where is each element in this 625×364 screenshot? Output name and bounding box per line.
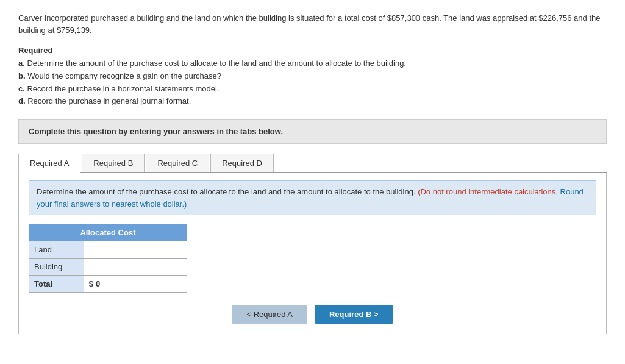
land-label: Land xyxy=(29,241,84,259)
total-value-cell: $ 0 xyxy=(84,276,187,293)
total-value: 0 xyxy=(96,279,100,288)
table-row-land: Land xyxy=(29,241,187,259)
tab-a-content: Determine the amount of the purchase cos… xyxy=(18,173,607,334)
list-item: b. Would the company recognize a gain on… xyxy=(18,70,607,83)
item-letter: d. xyxy=(18,96,26,105)
land-input[interactable] xyxy=(89,245,182,254)
list-item: c. Record the purchase in a horizontal s… xyxy=(18,83,607,96)
required-label: Required xyxy=(18,46,607,55)
table-row-building: Building xyxy=(29,259,187,276)
tab-required-d[interactable]: Required D xyxy=(210,154,274,172)
list-item: a. Determine the amount of the purchase … xyxy=(18,57,607,70)
tabs-container: Required A Required B Required C Require… xyxy=(18,154,607,173)
tab-required-c[interactable]: Required C xyxy=(146,154,209,172)
land-input-cell[interactable] xyxy=(84,241,187,259)
item-letter: b. xyxy=(18,71,26,80)
required-list: a. Determine the amount of the purchase … xyxy=(18,57,607,108)
item-letter: c. xyxy=(18,84,25,93)
item-text: Would the company recognize a gain on th… xyxy=(27,71,221,80)
item-text: Record the purchase in a horizontal stat… xyxy=(27,84,219,93)
item-letter: a. xyxy=(18,59,25,68)
problem-intro: Carver Incorporated purchased a building… xyxy=(18,12,607,36)
tab-required-a[interactable]: Required A xyxy=(18,154,80,173)
prev-button-label: < Required A xyxy=(246,310,293,319)
table-row-total: Total $ 0 xyxy=(29,276,187,293)
total-label: Total xyxy=(29,276,84,293)
building-input[interactable] xyxy=(89,262,182,271)
complete-box-text: Complete this question by entering your … xyxy=(29,127,283,136)
next-button[interactable]: Required B > xyxy=(315,305,393,324)
complete-box: Complete this question by entering your … xyxy=(18,119,607,144)
next-button-label: Required B > xyxy=(329,310,379,319)
intro-text: Carver Incorporated purchased a building… xyxy=(18,12,607,36)
instruction-note-red: (Do not round intermediate calculations. xyxy=(418,187,560,196)
table-header: Allocated Cost xyxy=(29,224,187,241)
list-item: d. Record the purchase in general journa… xyxy=(18,95,607,108)
building-input-cell[interactable] xyxy=(84,259,187,276)
building-label: Building xyxy=(29,259,84,276)
allocated-cost-table: Allocated Cost Land Building Total xyxy=(29,224,187,293)
item-text: Determine the amount of the purchase cos… xyxy=(27,59,406,68)
item-text: Record the purchase in general journal f… xyxy=(27,96,191,105)
instruction-text: Determine the amount of the purchase cos… xyxy=(37,187,418,196)
tab-required-b[interactable]: Required B xyxy=(82,154,145,172)
nav-buttons: < Required A Required B > xyxy=(29,305,596,324)
prev-button[interactable]: < Required A xyxy=(232,305,307,324)
dollar-sign: $ xyxy=(89,279,93,288)
instruction-box: Determine the amount of the purchase cos… xyxy=(29,180,596,215)
